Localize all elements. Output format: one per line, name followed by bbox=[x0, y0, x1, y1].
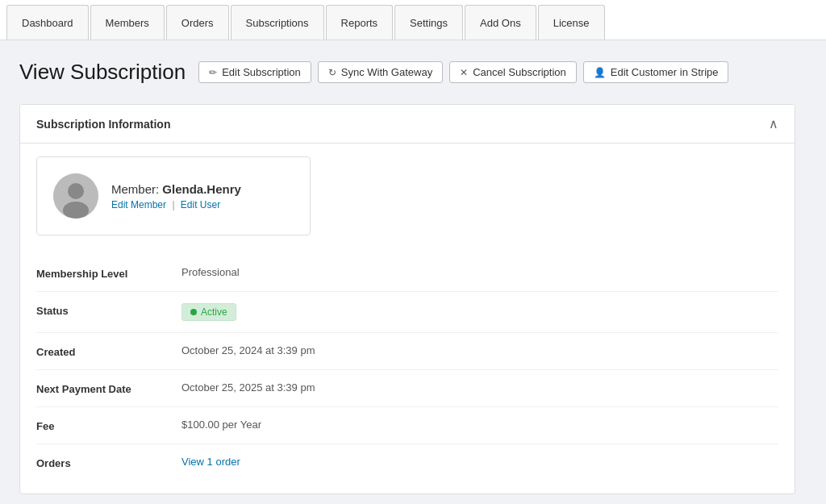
info-label-orders: Orders bbox=[36, 456, 181, 469]
info-row-next-payment-date: Next Payment DateOctober 25, 2025 at 3:3… bbox=[36, 370, 778, 407]
nav-tab-dashboard[interactable]: Dashboard bbox=[6, 5, 89, 40]
action-btn-icon-edit-subscription: ✏ bbox=[209, 67, 217, 78]
link-separator: | bbox=[172, 199, 174, 210]
info-row-membership-level: Membership LevelProfessional bbox=[36, 255, 778, 292]
member-info-box: Member: Glenda.Henry Edit Member | Edit … bbox=[36, 156, 311, 235]
nav-tab-settings[interactable]: Settings bbox=[394, 5, 463, 40]
page-header: View Subscription ✏Edit Subscription↻Syn… bbox=[19, 60, 795, 85]
info-value-membership-level: Professional bbox=[181, 266, 240, 278]
action-btn-label-edit-customer-stripe: Edit Customer in Stripe bbox=[611, 66, 719, 78]
edit-user-link[interactable]: Edit User bbox=[181, 199, 220, 210]
member-details: Member: Glenda.Henry Edit Member | Edit … bbox=[111, 182, 241, 210]
card-collapse-button[interactable]: ∧ bbox=[769, 116, 778, 131]
top-navigation: DashboardMembersOrdersSubscriptionsRepor… bbox=[0, 0, 826, 40]
info-row-fee: Fee$100.00 per Year bbox=[36, 407, 778, 444]
action-btn-icon-sync-gateway: ↻ bbox=[328, 67, 336, 78]
member-username: Glenda.Henry bbox=[162, 182, 241, 196]
nav-tab-license[interactable]: License bbox=[538, 5, 605, 40]
avatar bbox=[53, 173, 98, 219]
edit-member-link[interactable]: Edit Member bbox=[111, 199, 166, 210]
info-row-created: CreatedOctober 25, 2024 at 3:39 pm bbox=[36, 333, 778, 370]
nav-tab-orders[interactable]: Orders bbox=[166, 5, 229, 40]
member-links: Edit Member | Edit User bbox=[111, 199, 241, 210]
link-orders[interactable]: View 1 order bbox=[181, 456, 240, 468]
svg-point-1 bbox=[68, 183, 84, 199]
action-buttons: ✏Edit Subscription↻Sync With Gateway✕Can… bbox=[198, 61, 728, 83]
action-btn-icon-cancel-subscription: ✕ bbox=[460, 67, 468, 78]
info-label-status: Status bbox=[36, 303, 181, 317]
info-label-membership-level: Membership Level bbox=[36, 266, 181, 280]
action-btn-label-cancel-subscription: Cancel Subscription bbox=[473, 66, 566, 78]
info-label-next-payment-date: Next Payment Date bbox=[36, 381, 181, 395]
info-rows: Membership LevelProfessionalStatusActive… bbox=[20, 248, 795, 494]
subscription-info-card: Subscription Information ∧ Member: Glend… bbox=[19, 104, 795, 494]
card-header-title: Subscription Information bbox=[36, 118, 170, 131]
status-dot-icon bbox=[190, 309, 197, 315]
info-value-next-payment-date: October 25, 2025 at 3:39 pm bbox=[181, 381, 315, 394]
page-title: View Subscription bbox=[19, 60, 186, 85]
action-btn-label-sync-gateway: Sync With Gateway bbox=[341, 66, 432, 78]
action-btn-sync-gateway[interactable]: ↻Sync With Gateway bbox=[318, 61, 443, 83]
page-content: View Subscription ✏Edit Subscription↻Syn… bbox=[0, 40, 815, 504]
nav-tab-members[interactable]: Members bbox=[90, 5, 165, 40]
action-btn-edit-customer-stripe[interactable]: 👤Edit Customer in Stripe bbox=[583, 61, 729, 83]
svg-point-2 bbox=[63, 202, 89, 219]
info-value-status: Active bbox=[181, 303, 236, 321]
info-value-orders: View 1 order bbox=[181, 456, 240, 468]
info-label-created: Created bbox=[36, 344, 181, 358]
action-btn-edit-subscription[interactable]: ✏Edit Subscription bbox=[198, 61, 311, 83]
nav-tab-reports[interactable]: Reports bbox=[326, 5, 394, 40]
member-prefix: Member: bbox=[111, 182, 162, 196]
nav-tab-subscriptions[interactable]: Subscriptions bbox=[231, 5, 324, 40]
info-row-status: StatusActive bbox=[36, 292, 778, 333]
member-name: Member: Glenda.Henry bbox=[111, 182, 241, 196]
action-btn-label-edit-subscription: Edit Subscription bbox=[222, 66, 301, 78]
card-header: Subscription Information ∧ bbox=[20, 105, 795, 144]
info-value-created: October 25, 2024 at 3:39 pm bbox=[181, 344, 315, 356]
nav-tab-add-ons[interactable]: Add Ons bbox=[465, 5, 536, 40]
action-btn-icon-edit-customer-stripe: 👤 bbox=[594, 67, 606, 78]
info-row-orders: OrdersView 1 order bbox=[36, 444, 778, 481]
action-btn-cancel-subscription[interactable]: ✕Cancel Subscription bbox=[449, 61, 577, 83]
info-value-fee: $100.00 per Year bbox=[181, 419, 261, 431]
status-badge-text: Active bbox=[201, 306, 227, 318]
info-label-fee: Fee bbox=[36, 419, 181, 432]
status-badge: Active bbox=[181, 303, 236, 321]
